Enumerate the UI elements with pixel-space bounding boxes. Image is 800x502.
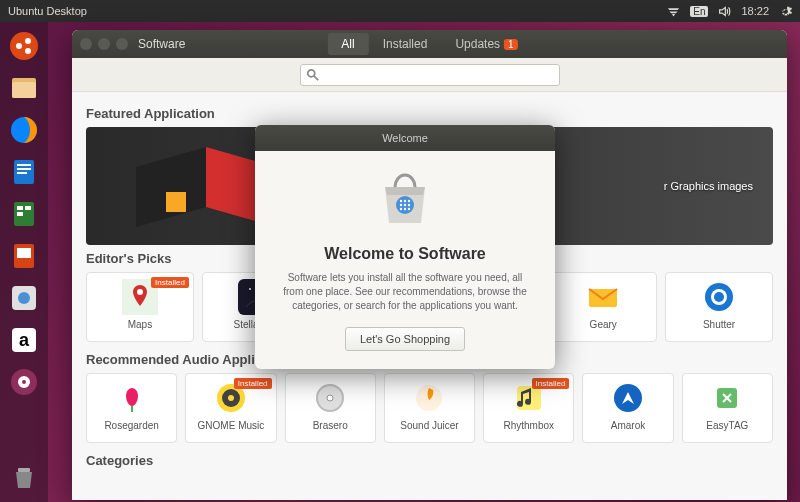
maximize-icon[interactable] [116,38,128,50]
app-label: GNOME Music [198,420,265,431]
svg-line-24 [313,75,317,79]
trash-icon[interactable] [4,458,44,498]
svg-point-54 [400,204,402,206]
svg-point-23 [307,69,314,76]
welcome-dialog: Welcome Welcome to Software Software let… [255,125,555,369]
svg-point-51 [400,200,402,202]
app-card-amarok[interactable]: Amarok [582,373,673,443]
app-card-sound-juicer[interactable]: Sound Juicer [384,373,475,443]
dash-icon[interactable] [4,26,44,66]
app-card-maps[interactable]: InstalledMaps [86,272,194,342]
Rosegarden-icon [114,380,150,416]
svg-point-1 [16,43,22,49]
unity-launcher: a [0,22,48,502]
settings-icon[interactable] [4,362,44,402]
app-card-shutter[interactable]: Shutter [665,272,773,342]
firefox-icon[interactable] [4,110,44,150]
calc-icon[interactable] [4,194,44,234]
app-label: Rosegarden [104,420,158,431]
app-card-gnome-music[interactable]: InstalledGNOME Music [185,373,276,443]
modal-titlebar[interactable]: Welcome [255,125,555,151]
svg-point-18 [18,292,30,304]
installed-badge: Installed [234,378,272,389]
language-indicator[interactable]: En [690,6,708,17]
impress-icon[interactable] [4,236,44,276]
svg-point-39 [714,292,724,302]
svg-rect-12 [17,206,23,210]
window-titlebar[interactable]: Software All Installed Updates1 [72,30,787,58]
svg-rect-27 [166,192,186,212]
app-card-rosegarden[interactable]: Rosegarden [86,373,177,443]
svg-rect-10 [17,172,27,174]
app-card-geary[interactable]: Geary [549,272,657,342]
app-card-easytag[interactable]: EasyTAG [682,373,773,443]
app-label: Brasero [313,420,348,431]
search-input[interactable] [300,64,560,86]
svg-point-56 [408,204,410,206]
Geary-icon [585,279,621,315]
app-card-brasero[interactable]: Brasero [285,373,376,443]
app-label: Geary [590,319,617,330]
svg-rect-13 [25,206,31,210]
search-icon [306,68,320,82]
svg-point-3 [25,48,31,54]
app-label: EasyTAG [706,420,748,431]
amazon-icon[interactable]: a [4,320,44,360]
Shutter-icon [701,279,737,315]
app-card-rhythmbox[interactable]: InstalledRhythmbox [483,373,574,443]
svg-point-52 [404,200,406,202]
updates-count-badge: 1 [504,39,518,50]
files-icon[interactable] [4,68,44,108]
gear-icon[interactable] [779,5,792,18]
tab-installed[interactable]: Installed [369,33,442,55]
svg-point-57 [400,208,402,210]
svg-rect-22 [18,468,30,472]
app-label: Amarok [611,420,645,431]
tab-all[interactable]: All [327,33,368,55]
EasyTAG-icon [709,380,745,416]
Amarok-icon [610,380,646,416]
gnome-top-bar: Ubuntu Desktop En 18:22 [0,0,800,22]
svg-point-59 [408,208,410,210]
software-icon[interactable] [4,278,44,318]
app-label: Rhythmbox [503,420,554,431]
svg-point-31 [249,288,251,290]
categories-heading: Categories [86,453,773,468]
installed-badge: Installed [151,277,189,288]
window-title: Software [138,37,185,51]
svg-rect-14 [17,212,23,216]
featured-heading: Featured Application [86,106,773,121]
svg-point-21 [11,369,37,395]
modal-body-text: Software lets you install all the softwa… [277,271,533,313]
svg-rect-5 [12,82,36,98]
network-icon[interactable] [667,5,680,18]
volume-icon[interactable] [718,5,731,18]
svg-marker-25 [136,147,206,227]
svg-point-58 [404,208,406,210]
svg-point-55 [404,204,406,206]
svg-point-29 [137,289,143,295]
clock[interactable]: 18:22 [741,5,769,17]
installed-badge: Installed [532,378,570,389]
svg-rect-9 [17,168,31,170]
svg-rect-8 [17,164,31,166]
svg-point-0 [10,32,38,60]
app-label: Maps [128,319,152,330]
svg-rect-16 [17,248,31,258]
tab-updates[interactable]: Updates1 [441,33,531,55]
svg-point-45 [327,395,333,401]
search-bar [72,58,787,92]
minimize-icon[interactable] [98,38,110,50]
app-label: Shutter [703,319,735,330]
svg-point-2 [25,38,31,44]
desktop-title: Ubuntu Desktop [8,5,87,17]
writer-icon[interactable] [4,152,44,192]
svg-text:a: a [19,330,30,350]
shopping-bag-icon [373,167,437,231]
lets-go-shopping-button[interactable]: Let's Go Shopping [345,327,465,351]
close-icon[interactable] [80,38,92,50]
svg-point-42 [228,395,234,401]
featured-caption: r Graphics images [664,180,753,192]
Sound Juicer-icon [411,380,447,416]
modal-heading: Welcome to Software [277,245,533,263]
